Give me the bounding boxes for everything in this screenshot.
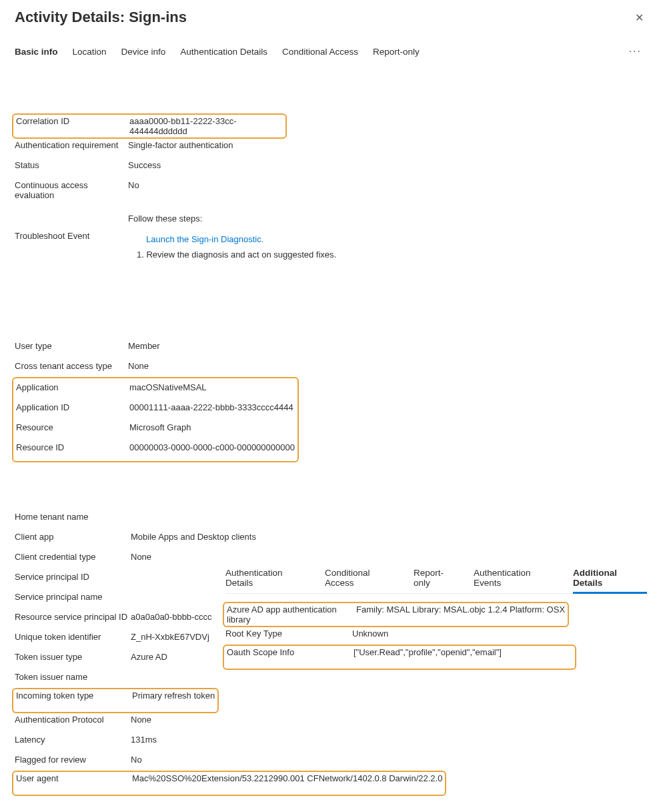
value-client-app: Mobile Apps and Desktop clients (131, 532, 256, 542)
more-icon: ··· (629, 45, 642, 57)
inner-tab-auth-details[interactable]: Authentication Details (225, 568, 310, 589)
value-latency: 131ms (131, 735, 157, 745)
value-auth-library: Family: MSAL Library: MSAL.objc 1.2.4 Pl… (356, 604, 565, 615)
label-client-cred: Client credential type (15, 552, 131, 562)
inner-tabs: Authentication Details Conditional Acces… (225, 568, 647, 594)
value-client-cred: None (131, 552, 151, 562)
tabs: Basic info Location Device info Authenti… (15, 45, 648, 57)
label-application: Application (16, 382, 129, 392)
troubleshoot-step-1: 1. Review the diagnosis and act on sugge… (137, 250, 336, 260)
inner-tab-conditional-access[interactable]: Conditional Access (325, 568, 399, 589)
label-itt: Incoming token type (16, 691, 132, 701)
value-auth-requirement: Single-factor authentication (128, 140, 648, 150)
tab-device-info[interactable]: Device info (121, 47, 166, 57)
highlight-application-block: ApplicationmacOSNativeMSAL Application I… (12, 377, 299, 462)
value-status: Success (128, 160, 648, 170)
value-application: macOSNativeMSAL (129, 382, 295, 392)
label-auth-protocol: Authentication Protocol (15, 715, 131, 725)
highlight-oauth-scope: Oauth Scope Info["User.Read","profile","… (223, 645, 576, 670)
tab-conditional-access[interactable]: Conditional Access (282, 47, 358, 57)
value-uti: Z_nH-XxbkE67VDVj (131, 632, 209, 642)
more-menu-button[interactable]: ··· (629, 45, 642, 57)
value-auth-protocol: None (131, 715, 151, 725)
tab-location[interactable]: Location (73, 47, 107, 57)
label-sp-name: Service principal name (15, 592, 131, 602)
label-oauth-scope: Oauth Scope Info (227, 647, 354, 657)
value-correlation-id: aaaa0000-bb11-2222-33cc-444444dddddd (129, 116, 283, 136)
inner-tab-auth-events[interactable]: Authentication Events (474, 568, 558, 589)
tab-authentication-details[interactable]: Authentication Details (180, 47, 267, 57)
label-home-tenant: Home tenant name (15, 512, 131, 522)
highlight-incoming-token-type: Incoming token typePrimary refresh token (12, 688, 219, 713)
link-launch-diagnostic[interactable]: Launch the Sign-in Diagnostic. (146, 234, 263, 244)
label-status: Status (15, 160, 128, 170)
highlight-user-agent: User agentMac%20SSO%20Extension/53.22129… (12, 771, 446, 796)
inner-tab-additional-details[interactable]: Additional Details (573, 568, 647, 594)
inner-panel-additional-details: Authentication Details Conditional Acces… (223, 565, 647, 669)
value-tit: Azure AD (131, 652, 167, 662)
tab-report-only[interactable]: Report-only (373, 47, 420, 57)
section-app: User type Member Cross tenant access typ… (15, 338, 648, 461)
highlight-auth-library: Azure AD app authentication libraryFamil… (223, 602, 569, 627)
label-sp-id: Service principal ID (15, 572, 131, 582)
label-root-key-type: Root Key Type (225, 629, 352, 639)
label-rsp-id: Resource service principal ID (15, 612, 131, 622)
label-troubleshoot: Troubleshoot Event (15, 231, 128, 260)
value-resource-id: 00000003-0000-0000-c000-000000000000 (129, 442, 295, 452)
label-uti: Unique token identifier (15, 632, 131, 642)
label-cae: Continuous access evaluation (15, 180, 128, 200)
label-application-id: Application ID (16, 402, 129, 412)
label-user-agent: User agent (16, 773, 132, 783)
label-user-type: User type (15, 341, 128, 351)
header: Activity Details: Sign-ins ✕ (15, 8, 648, 27)
label-flagged: Flagged for review (15, 755, 131, 765)
close-icon: ✕ (635, 11, 644, 24)
value-itt: Primary refresh token (132, 691, 215, 701)
label-tin: Token issuer name (15, 672, 131, 682)
section-token: Home tenant name Client appMobile Apps a… (15, 509, 648, 795)
value-rsp-id: a0a0a0a0-bbbb-cccc (131, 612, 211, 622)
label-latency: Latency (15, 735, 131, 745)
inner-tab-report-only[interactable]: Report-only (414, 568, 459, 589)
label-ctat: Cross tenant access type (15, 361, 128, 371)
label-client-app: Client app (15, 532, 131, 542)
label-auth-library: Azure AD app authentication library (227, 604, 356, 625)
page-title: Activity Details: Sign-ins (15, 9, 187, 26)
label-resource-id: Resource ID (16, 442, 129, 452)
label-tit: Token issuer type (15, 652, 131, 662)
label-resource: Resource (16, 422, 129, 432)
value-ctat: None (128, 361, 648, 371)
section-summary: Correlation ID aaaa0000-bb11-2222-33cc-4… (15, 115, 648, 260)
highlight-correlation-id: Correlation ID aaaa0000-bb11-2222-33cc-4… (12, 113, 287, 139)
value-cae: No (128, 180, 648, 190)
value-root-key-type: Unknown (352, 629, 388, 639)
value-flagged: No (131, 755, 142, 765)
value-user-type: Member (128, 341, 648, 351)
close-button[interactable]: ✕ (630, 8, 648, 27)
label-correlation-id: Correlation ID (16, 116, 129, 126)
value-resource: Microsoft Graph (129, 422, 295, 432)
value-oauth-scope: ["User.Read","profile","openid","email"] (354, 647, 502, 657)
tab-basic-info[interactable]: Basic info (15, 47, 58, 57)
value-user-agent: Mac%20SSO%20Extension/53.2212990.001 CFN… (132, 773, 442, 783)
value-application-id: 00001111-aaaa-2222-bbbb-3333cccc4444 (129, 402, 295, 412)
label-auth-requirement: Authentication requirement (15, 140, 128, 150)
troubleshoot-follow-steps: Follow these steps: (128, 214, 336, 224)
